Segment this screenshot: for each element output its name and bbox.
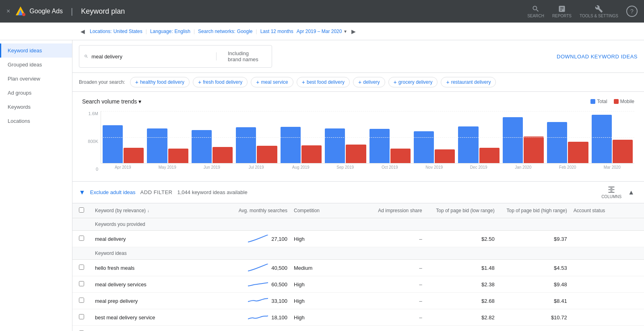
- row-impression-idea-0: –: [358, 265, 428, 271]
- sidebar-item-grouped-ideas[interactable]: Grouped ideas: [0, 58, 72, 72]
- date-value[interactable]: Apr 2019 – Mar 2020: [297, 29, 342, 34]
- search-bar: Including brand names DOWNLOAD KEYWORD I…: [72, 40, 644, 73]
- chart-title[interactable]: Search volume trends ▾: [82, 98, 141, 105]
- legend-total-box: [590, 99, 595, 104]
- broaden-chip-0[interactable]: +healthy food delivery: [130, 77, 190, 87]
- svg-point-2: [22, 13, 25, 16]
- row-checkbox-idea-3[interactable]: [79, 314, 84, 319]
- collapse-button[interactable]: ▲: [625, 187, 638, 198]
- language-filter: Language: English: [150, 29, 190, 34]
- language-value[interactable]: English: [175, 29, 190, 34]
- row-competition-idea-1: High: [294, 281, 358, 288]
- month-group-2: [190, 130, 234, 163]
- sidebar-item-keywords[interactable]: Keywords: [0, 100, 72, 114]
- month-group-8: [456, 126, 501, 163]
- exclude-adults-link[interactable]: Exclude adult ideas: [90, 189, 136, 195]
- gridline-mid: [101, 137, 634, 138]
- broaden-chip-5[interactable]: +grocery delivery: [388, 77, 438, 87]
- row-check-0[interactable]: [79, 236, 95, 242]
- close-button[interactable]: ×: [6, 8, 10, 15]
- month-group-6: [368, 129, 412, 163]
- sidebar-item-locations-label: Locations: [8, 118, 30, 124]
- google-ads-logo: Google Ads: [15, 6, 63, 17]
- header-keyword-label: Keyword (by relevance): [95, 208, 146, 213]
- sidebar-item-keywords-label: Keywords: [8, 104, 31, 110]
- bar-mobile-9: [524, 137, 544, 163]
- row-searches-idea-3: 18,100: [223, 313, 294, 321]
- search-input-wrapper[interactable]: Including brand names: [79, 45, 272, 68]
- columns-icon: [607, 186, 615, 194]
- sidebar-item-keyword-ideas-label: Keyword ideas: [8, 48, 42, 54]
- row-checkbox-0[interactable]: [79, 236, 84, 241]
- table-row: meal prep delivery 33,100 High – $2.68 $…: [72, 293, 644, 309]
- broaden-chip-2[interactable]: +meal service: [251, 77, 293, 87]
- row-impression-idea-3: –: [358, 314, 428, 321]
- month-group-5: [323, 128, 367, 163]
- networks-label: Search networks:: [198, 29, 235, 34]
- row-keyword-idea-0: hello fresh meals: [95, 265, 223, 271]
- row-checkbox-idea-0[interactable]: [79, 265, 84, 270]
- bar-total-10: [547, 122, 567, 163]
- locations-value[interactable]: United States: [114, 29, 142, 34]
- header-check: [79, 207, 95, 214]
- reports-action[interactable]: REPORTS: [552, 5, 572, 18]
- row-searches-idea-1: 60,500: [223, 280, 294, 288]
- broaden-chip-3[interactable]: +best food delivery: [297, 77, 350, 87]
- reports-icon: [558, 5, 566, 13]
- row-competition-0: High: [294, 236, 358, 242]
- bar-total-11: [592, 115, 612, 163]
- month-group-0: [101, 125, 145, 163]
- bar-total-2: [192, 130, 212, 163]
- row-check-idea-0[interactable]: [79, 265, 95, 271]
- date-dropdown-icon[interactable]: ▾: [344, 29, 347, 34]
- searches-value-idea-1: 60,500: [271, 281, 287, 288]
- month-label-1: May 2019: [145, 163, 190, 170]
- chart-header: Search volume trends ▾ Total Mobile: [82, 98, 634, 105]
- filter-count: 1,044 keyword ideas available: [177, 189, 247, 195]
- sidebar-item-locations[interactable]: Locations: [0, 114, 72, 128]
- row-check-idea-3[interactable]: [79, 314, 95, 321]
- search-action[interactable]: SEARCH: [527, 5, 544, 18]
- row-check-idea-2[interactable]: [79, 298, 95, 304]
- row-competition-idea-0: Medium: [294, 265, 358, 271]
- brand-names-toggle[interactable]: Including brand names: [223, 48, 267, 65]
- row-searches-idea-0: 40,500: [223, 264, 294, 272]
- bar-mobile-5: [346, 145, 366, 163]
- help-button[interactable]: ?: [626, 6, 638, 17]
- broaden-chip-4[interactable]: +delivery: [353, 77, 385, 87]
- nav-forward-button[interactable]: ▶: [350, 27, 357, 36]
- broaden-chip-1[interactable]: +fresh food delivery: [193, 77, 248, 87]
- row-check-idea-1[interactable]: [79, 281, 95, 288]
- broaden-chip-6[interactable]: +restaurant delivery: [441, 77, 496, 87]
- add-filter-button[interactable]: ADD FILTER: [140, 189, 173, 195]
- idea-rows: hello fresh meals 40,500 Medium – $1.48 …: [72, 260, 644, 331]
- bar-mobile-6: [390, 149, 411, 163]
- select-all-checkbox[interactable]: [79, 207, 84, 213]
- search-input[interactable]: [91, 54, 210, 60]
- download-keywords-button[interactable]: DOWNLOAD KEYWORD IDEAS: [557, 54, 638, 60]
- row-checkbox-idea-1[interactable]: [79, 281, 84, 286]
- tools-action[interactable]: TOOLS & SETTINGS: [580, 5, 618, 18]
- row-bid-high-idea-1: $9.48: [501, 281, 574, 288]
- networks-value[interactable]: Google: [237, 29, 253, 34]
- chart-area: 1.6M 800K 0 Apr 2019May 2019Jun 2019Jul …: [82, 111, 634, 172]
- nav-separator-2: |: [194, 29, 195, 34]
- row-checkbox-idea-2[interactable]: [79, 298, 84, 303]
- sidebar-item-plan-overview[interactable]: Plan overview: [0, 72, 72, 86]
- month-label-6: Oct 2019: [367, 163, 412, 170]
- header-keyword[interactable]: Keyword (by relevance) ↓: [95, 208, 223, 213]
- date-filter: Last 12 months Apr 2019 – Mar 2020 ▾: [260, 29, 347, 34]
- header-competition: Competition: [294, 208, 358, 213]
- month-label-0: Apr 2019: [101, 163, 145, 170]
- month-group-7: [412, 131, 456, 163]
- main-layout: Keyword ideas Grouped ideas Plan overvie…: [0, 40, 644, 331]
- sidebar-item-ad-groups[interactable]: Ad groups: [0, 86, 72, 100]
- row-competition-idea-3: High: [294, 314, 358, 321]
- columns-button[interactable]: COLUMNS: [601, 186, 621, 199]
- row-keyword-idea-1: meal delivery services: [95, 281, 223, 288]
- nav-back-button[interactable]: ◀: [79, 27, 87, 36]
- chart-bars: [101, 111, 634, 163]
- searches-value-idea-3: 18,100: [271, 314, 287, 321]
- y-label-bottom: 0: [82, 167, 98, 172]
- sidebar-item-keyword-ideas[interactable]: Keyword ideas: [0, 43, 72, 58]
